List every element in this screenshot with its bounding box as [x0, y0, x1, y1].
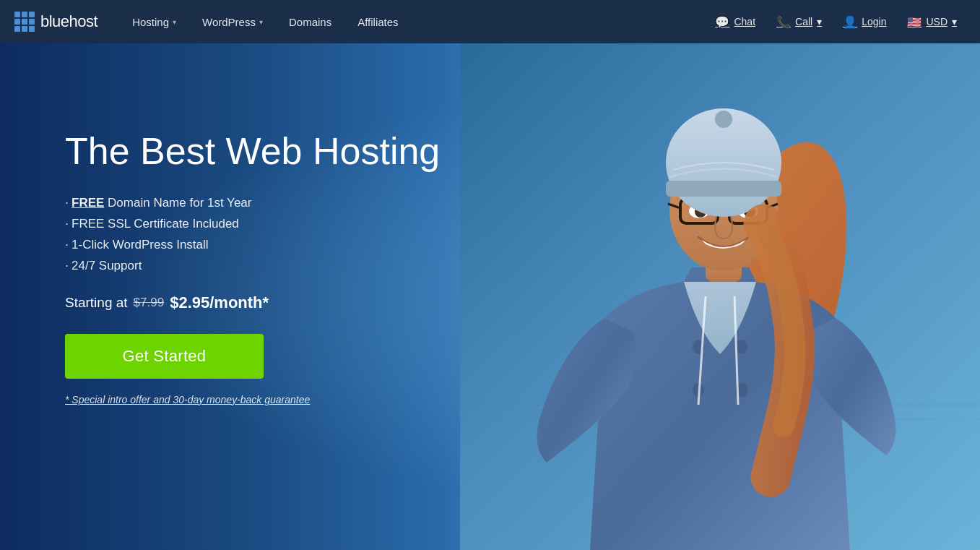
hero-features-list: · FREE Domain Name for 1st Year · FREE S… — [65, 195, 440, 273]
hero-note-link[interactable]: * Special intro offer and 30-day money-b… — [65, 394, 310, 405]
nav-item-domains[interactable]: Domains — [276, 0, 344, 43]
feature-item-2: · FREE SSL Certificate Included — [65, 216, 440, 231]
nav-item-hosting[interactable]: Hosting ▾ — [119, 0, 189, 43]
brand-name: bluehost — [40, 12, 97, 31]
nav-right: 💬 Chat 📞 Call ▾ 👤 Login 🇺🇸 USD ▾ — [706, 0, 966, 43]
chat-icon: 💬 — [715, 15, 729, 29]
user-icon: 👤 — [843, 15, 857, 29]
flag-icon: 🇺🇸 — [907, 15, 922, 29]
feature-item-3: · 1-Click WordPress Install — [65, 237, 440, 252]
nav-login[interactable]: 👤 Login — [834, 0, 895, 43]
brand-grid-icon — [14, 12, 35, 32]
brand-logo[interactable]: bluehost — [14, 12, 97, 32]
nav-item-affiliates[interactable]: Affiliates — [344, 0, 411, 43]
svg-rect-22 — [666, 181, 781, 197]
price-old: $7.99 — [134, 296, 165, 310]
get-started-button[interactable]: Get Started — [65, 334, 264, 379]
hero-section: The Best Web Hosting · FREE Domain Name … — [0, 43, 980, 550]
feature-item-4: · 24/7 Support — [65, 258, 440, 273]
svg-point-23 — [715, 111, 732, 128]
nav-chat[interactable]: 💬 Chat — [706, 0, 764, 43]
hero-content: The Best Web Hosting · FREE Domain Name … — [65, 130, 440, 406]
price-new: $2.95/month* — [170, 293, 269, 312]
svg-point-5 — [736, 340, 747, 354]
chevron-down-icon: ▾ — [259, 18, 263, 26]
hero-title: The Best Web Hosting — [65, 130, 440, 173]
chevron-down-icon: ▾ — [952, 16, 957, 27]
phone-icon: 📞 — [776, 15, 791, 29]
navbar: bluehost Hosting ▾ WordPress ▾ Domains A… — [0, 0, 980, 43]
feature-item-1: · FREE Domain Name for 1st Year — [65, 195, 440, 210]
chevron-down-icon: ▾ — [817, 16, 822, 27]
hero-person-illustration — [460, 43, 980, 550]
hero-pricing: Starting at $7.99 $2.95/month* — [65, 293, 440, 312]
nav-call[interactable]: 📞 Call ▾ — [768, 0, 831, 43]
nav-item-wordpress[interactable]: WordPress ▾ — [189, 0, 276, 43]
person-svg — [460, 43, 980, 550]
nav-links: Hosting ▾ WordPress ▾ Domains Affiliates — [119, 0, 706, 43]
nav-currency[interactable]: 🇺🇸 USD ▾ — [898, 0, 966, 43]
chevron-down-icon: ▾ — [173, 18, 176, 26]
